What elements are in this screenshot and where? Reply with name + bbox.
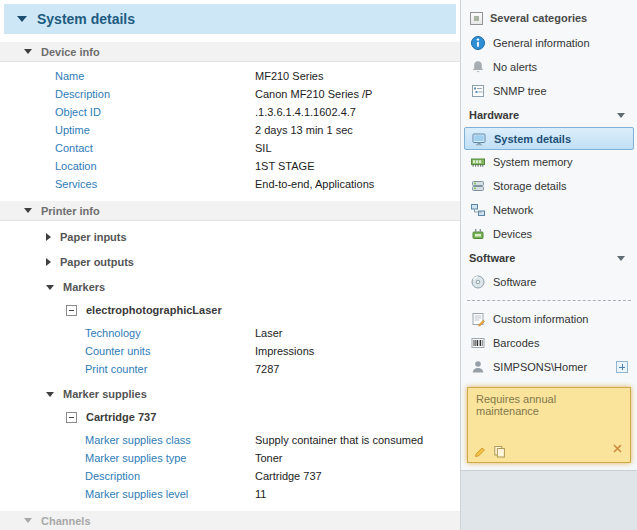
user-icon — [470, 359, 486, 375]
collapse-arrow-icon — [46, 392, 54, 397]
chevron-down-icon — [617, 113, 625, 118]
property-value: Supply container that is consumed — [255, 434, 423, 446]
expand-arrow-icon — [46, 258, 51, 266]
property-label: Marker supplies level — [85, 488, 255, 500]
section-header-printer-info[interactable]: Printer info — [0, 201, 460, 221]
disc-icon — [470, 274, 486, 290]
property-label: Location — [55, 160, 255, 172]
sidebar-item-storage-details[interactable]: Storage details — [461, 174, 637, 198]
property-row: Name MF210 Series — [0, 67, 460, 85]
property-value: Cartridge 737 — [255, 470, 322, 482]
tree-node-label: electrophotographicLaser — [86, 304, 222, 316]
sidebar-item-user-account[interactable]: SIMPSONS\Homer — [461, 355, 637, 379]
section-title: Device info — [41, 46, 100, 58]
tree-group-label: Paper inputs — [60, 231, 127, 243]
sidebar-divider — [467, 300, 631, 301]
tree-group-paper-inputs[interactable]: Paper inputs — [0, 228, 460, 246]
property-value: MF210 Series — [255, 70, 323, 82]
collapse-arrow-icon — [17, 16, 27, 22]
sidebar-section-hardware[interactable]: Hardware — [461, 103, 637, 127]
sidebar-item-label: General information — [493, 37, 590, 49]
property-label: Counter units — [85, 345, 255, 357]
collapse-arrow-icon — [24, 49, 32, 54]
property-value: 7287 — [255, 363, 279, 375]
property-value: 11 — [255, 488, 266, 500]
tree-group-label: Marker supplies — [63, 388, 147, 400]
sidebar-section-title: Software — [469, 252, 515, 264]
property-label: Marker supplies class — [85, 434, 255, 446]
chevron-down-icon — [617, 256, 625, 261]
property-value: Toner — [255, 452, 283, 464]
collapse-minus-icon[interactable] — [66, 412, 77, 423]
page-title-bar[interactable]: System details — [4, 4, 456, 34]
sidebar-section-software[interactable]: Software — [461, 246, 637, 270]
info-icon — [470, 35, 486, 51]
property-row: Services End-to-end, Applications — [0, 175, 460, 193]
property-row: Contact SIL — [0, 139, 460, 157]
edit-pencil-icon[interactable] — [474, 445, 487, 458]
tree-group-paper-outputs[interactable]: Paper outputs — [0, 253, 460, 271]
sidebar-item-no-alerts[interactable]: No alerts — [461, 55, 637, 79]
section-header-channels[interactable]: Channels — [0, 511, 460, 530]
memory-icon — [470, 154, 486, 170]
sidebar-item-label: System details — [494, 133, 571, 145]
property-label: Services — [55, 178, 255, 190]
property-row: Counter units Impressions — [0, 342, 460, 360]
sidebar-item-label: SIMPSONS\Homer — [493, 361, 587, 373]
add-plus-icon[interactable] — [616, 361, 628, 373]
sidebar-item-label: Barcodes — [493, 337, 539, 349]
property-value: 2 days 13 min 1 sec — [255, 124, 353, 136]
sidebar-item-barcodes[interactable]: Barcodes — [461, 331, 637, 355]
property-label: Description — [55, 88, 255, 100]
tree-node-electrophotographic-laser[interactable]: electrophotographicLaser — [0, 301, 460, 319]
property-label: Contact — [55, 142, 255, 154]
property-value: Impressions — [255, 345, 314, 357]
sidebar-item-software[interactable]: Software — [461, 270, 637, 294]
tree-node-label: Cartridge 737 — [86, 411, 156, 423]
tree-group-marker-supplies[interactable]: Marker supplies — [0, 385, 460, 403]
sidebar-item-general-information[interactable]: General information — [461, 31, 637, 55]
property-row: Description Cartridge 737 — [0, 467, 460, 485]
sidebar-item-snmp-tree[interactable]: SNMP tree — [461, 79, 637, 103]
sidebar-item-network[interactable]: Network — [461, 198, 637, 222]
property-row: Marker supplies level 11 — [0, 485, 460, 503]
markers-rows: Technology Laser Counter units Impressio… — [0, 324, 460, 378]
property-label: Print counter — [85, 363, 255, 375]
details-panel: System details Device info Name MF210 Se… — [0, 0, 460, 530]
property-value: End-to-end, Applications — [255, 178, 374, 190]
note-edit-icon — [470, 311, 486, 327]
property-value: .1.3.6.1.4.1.1602.4.7 — [255, 106, 356, 118]
network-icon — [470, 202, 486, 218]
sidebar-item-system-memory[interactable]: System memory — [461, 150, 637, 174]
property-row: Uptime 2 days 13 min 1 sec — [0, 121, 460, 139]
tree-node-cartridge-737[interactable]: Cartridge 737 — [0, 408, 460, 426]
bell-icon — [470, 59, 486, 75]
checkbox-indeterminate-icon[interactable] — [470, 12, 483, 25]
page-title: System details — [37, 11, 135, 27]
collapse-arrow-icon — [24, 518, 32, 523]
sticky-note[interactable]: Requires annual maintenance — [467, 387, 631, 463]
sticky-note-text: Requires annual maintenance — [476, 393, 556, 417]
sidebar-item-system-details[interactable]: System details — [464, 127, 634, 150]
sidebar-item-custom-information[interactable]: Custom information — [461, 307, 637, 331]
collapse-minus-icon[interactable] — [66, 305, 77, 316]
property-label: Uptime — [55, 124, 255, 136]
property-label: Marker supplies type — [85, 452, 255, 464]
sidebar-item-label: No alerts — [493, 61, 537, 73]
section-title: Printer info — [41, 205, 100, 217]
sidebar-item-label: Storage details — [493, 180, 566, 192]
close-icon[interactable] — [612, 443, 623, 454]
sidebar-item-devices[interactable]: Devices — [461, 222, 637, 246]
sidebar-item-label: Custom information — [493, 313, 588, 325]
several-categories-toggle[interactable]: Several categories — [461, 5, 637, 31]
storage-icon — [470, 178, 486, 194]
copy-icon[interactable] — [493, 445, 506, 458]
collapse-arrow-icon — [46, 285, 54, 290]
sidebar-footer-area — [461, 470, 637, 530]
sidebar-section-title: Hardware — [469, 109, 519, 121]
section-header-device-info[interactable]: Device info — [0, 42, 460, 62]
sidebar-item-label: Network — [493, 204, 533, 216]
sidebar-item-label: System memory — [493, 156, 572, 168]
tree-group-markers[interactable]: Markers — [0, 278, 460, 296]
sidebar-item-label: Devices — [493, 228, 532, 240]
